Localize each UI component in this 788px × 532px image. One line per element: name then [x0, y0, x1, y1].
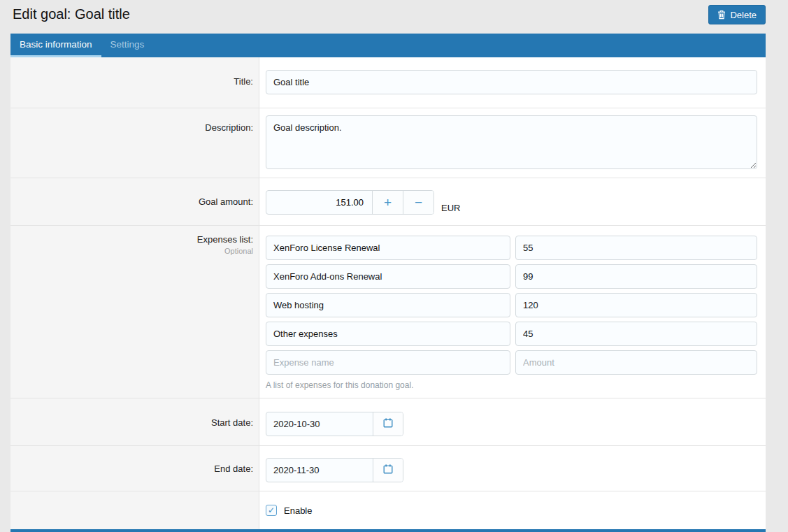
- expense-name-input[interactable]: [266, 236, 510, 260]
- start-date-label: Start date:: [10, 398, 259, 445]
- expense-name-placeholder-input[interactable]: [266, 350, 510, 375]
- page-title: Edit goal: Goal title: [13, 6, 130, 22]
- tab-basic-information[interactable]: Basic information: [10, 34, 101, 57]
- delete-button[interactable]: Delete: [708, 5, 766, 24]
- decrement-button[interactable]: −: [403, 191, 434, 214]
- end-date-row: End date:: [10, 446, 766, 491]
- currency-label: EUR: [441, 196, 460, 220]
- tab-settings[interactable]: Settings: [101, 34, 154, 57]
- end-date-input[interactable]: [266, 459, 373, 482]
- expense-placeholder-pair: [266, 350, 757, 375]
- goal-amount-row: Goal amount: + − EUR: [10, 178, 766, 226]
- expense-list: [266, 236, 757, 346]
- end-date-calendar-button[interactable]: [373, 459, 403, 482]
- tab-bar: Basic information Settings: [10, 34, 766, 57]
- start-date-group: [266, 412, 403, 436]
- expenses-label: Expenses list:: [10, 234, 253, 245]
- edit-goal-panel: Basic information Settings Title: Descri…: [10, 34, 766, 532]
- end-date-label: End date:: [10, 446, 259, 491]
- enable-row: ✓ Enable: [10, 491, 766, 529]
- goal-amount-stepper: + −: [266, 190, 434, 215]
- start-date-calendar-button[interactable]: [373, 412, 403, 436]
- title-input[interactable]: [266, 70, 757, 94]
- footer-bar: [10, 529, 766, 532]
- expenses-row: Expenses list: Optional A list of expens…: [10, 226, 766, 398]
- tab-settings-label: Settings: [110, 39, 145, 50]
- page-header: Edit goal: Goal title Delete: [0, 0, 788, 34]
- expense-name-input[interactable]: [266, 293, 510, 317]
- tab-basic-information-label: Basic information: [20, 39, 92, 50]
- expense-pair: [266, 322, 757, 346]
- plus-icon: +: [384, 195, 392, 210]
- expense-amount-input[interactable]: [515, 322, 757, 346]
- expense-name-input[interactable]: [266, 322, 510, 346]
- expense-name-input[interactable]: [266, 264, 510, 289]
- expense-amount-input[interactable]: [515, 293, 757, 317]
- expense-pair: [266, 236, 757, 260]
- calendar-icon: [382, 463, 394, 477]
- expense-pair: [266, 264, 757, 289]
- description-textarea[interactable]: Goal description.: [266, 115, 757, 169]
- enable-checkbox-wrap[interactable]: ✓ Enable: [266, 505, 757, 516]
- enable-label-cell: [10, 491, 259, 529]
- optional-note: Optional: [10, 247, 253, 255]
- goal-amount-input[interactable]: [266, 191, 372, 214]
- title-row: Title:: [10, 57, 766, 108]
- title-label: Title:: [10, 57, 259, 108]
- increment-button[interactable]: +: [372, 191, 403, 214]
- expense-pair: [266, 293, 757, 317]
- calendar-icon: [382, 417, 394, 431]
- description-label: Description:: [10, 108, 259, 178]
- start-date-row: Start date:: [10, 398, 766, 446]
- expenses-hint: A list of expenses for this donation goa…: [266, 380, 757, 390]
- delete-button-label: Delete: [730, 10, 757, 20]
- trash-icon: [717, 10, 726, 20]
- minus-icon: −: [415, 195, 422, 210]
- expense-amount-input[interactable]: [515, 236, 757, 260]
- enable-checkbox[interactable]: ✓: [266, 505, 277, 516]
- description-row: Description: Goal description.: [10, 108, 766, 178]
- enable-label: Enable: [284, 505, 312, 516]
- start-date-input[interactable]: [266, 412, 373, 436]
- expenses-label-cell: Expenses list: Optional: [10, 226, 259, 398]
- goal-amount-label: Goal amount:: [10, 178, 259, 225]
- expense-amount-input[interactable]: [515, 264, 757, 289]
- end-date-group: [266, 458, 403, 482]
- expense-amount-placeholder-input[interactable]: [515, 350, 757, 375]
